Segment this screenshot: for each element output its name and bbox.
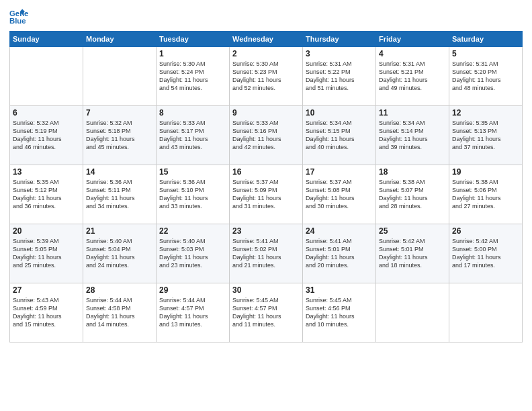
day-info: Sunrise: 5:35 AMSunset: 5:12 PMDaylight:… xyxy=(13,178,80,211)
day-number: 22 xyxy=(159,226,226,236)
day-info: Sunrise: 5:31 AMSunset: 5:20 PMDaylight:… xyxy=(452,60,519,93)
calendar-header-row: Sunday Monday Tuesday Wednesday Thursday… xyxy=(10,32,523,47)
calendar-week-row: 1Sunrise: 5:30 AMSunset: 5:24 PMDaylight… xyxy=(10,47,523,106)
col-saturday: Saturday xyxy=(449,32,523,47)
day-info: Sunrise: 5:36 AMSunset: 5:10 PMDaylight:… xyxy=(159,178,226,211)
day-number: 7 xyxy=(86,108,153,118)
table-row: 1Sunrise: 5:30 AMSunset: 5:24 PMDaylight… xyxy=(157,47,230,106)
table-row: 20Sunrise: 5:39 AMSunset: 5:05 PMDayligh… xyxy=(10,224,83,283)
day-info: Sunrise: 5:34 AMSunset: 5:15 PMDaylight:… xyxy=(306,119,373,152)
day-number: 12 xyxy=(452,108,519,118)
day-info: Sunrise: 5:36 AMSunset: 5:11 PMDaylight:… xyxy=(86,178,153,211)
day-info: Sunrise: 5:30 AMSunset: 5:24 PMDaylight:… xyxy=(159,60,226,93)
table-row: 23Sunrise: 5:41 AMSunset: 5:02 PMDayligh… xyxy=(230,224,303,283)
day-number: 1 xyxy=(159,49,226,58)
day-number: 18 xyxy=(379,167,446,177)
day-number: 10 xyxy=(306,108,373,118)
day-info: Sunrise: 5:39 AMSunset: 5:05 PMDaylight:… xyxy=(13,237,80,270)
day-info: Sunrise: 5:31 AMSunset: 5:22 PMDaylight:… xyxy=(306,60,373,93)
table-row: 14Sunrise: 5:36 AMSunset: 5:11 PMDayligh… xyxy=(83,165,157,224)
day-info: Sunrise: 5:44 AMSunset: 4:58 PMDaylight:… xyxy=(86,296,153,329)
col-thursday: Thursday xyxy=(303,32,376,47)
calendar-week-row: 20Sunrise: 5:39 AMSunset: 5:05 PMDayligh… xyxy=(10,224,523,283)
day-info: Sunrise: 5:33 AMSunset: 5:16 PMDaylight:… xyxy=(232,119,300,152)
table-row: 15Sunrise: 5:36 AMSunset: 5:10 PMDayligh… xyxy=(157,165,230,224)
day-info: Sunrise: 5:37 AMSunset: 5:09 PMDaylight:… xyxy=(232,178,300,211)
day-number: 16 xyxy=(232,167,300,177)
day-info: Sunrise: 5:32 AMSunset: 5:18 PMDaylight:… xyxy=(86,119,153,152)
col-sunday: Sunday xyxy=(10,32,83,47)
day-info: Sunrise: 5:32 AMSunset: 5:19 PMDaylight:… xyxy=(13,119,80,152)
day-number: 21 xyxy=(86,226,153,236)
table-row xyxy=(449,283,523,342)
col-tuesday: Tuesday xyxy=(157,32,230,47)
day-info: Sunrise: 5:40 AMSunset: 5:04 PMDaylight:… xyxy=(86,237,153,270)
table-row xyxy=(83,47,157,106)
day-number: 6 xyxy=(13,108,80,118)
day-info: Sunrise: 5:44 AMSunset: 4:57 PMDaylight:… xyxy=(159,296,226,329)
day-number: 26 xyxy=(452,226,519,236)
col-wednesday: Wednesday xyxy=(230,32,303,47)
day-number: 30 xyxy=(232,285,300,295)
table-row: 31Sunrise: 5:45 AMSunset: 4:56 PMDayligh… xyxy=(303,283,376,342)
day-number: 28 xyxy=(86,285,153,295)
day-number: 9 xyxy=(232,108,300,118)
day-number: 5 xyxy=(452,49,519,58)
day-info: Sunrise: 5:41 AMSunset: 5:01 PMDaylight:… xyxy=(306,237,373,270)
day-info: Sunrise: 5:33 AMSunset: 5:17 PMDaylight:… xyxy=(159,119,226,152)
day-info: Sunrise: 5:35 AMSunset: 5:13 PMDaylight:… xyxy=(452,119,519,152)
day-number: 24 xyxy=(306,226,373,236)
table-row xyxy=(10,47,83,106)
day-number: 20 xyxy=(13,226,80,236)
day-number: 27 xyxy=(13,285,80,295)
col-friday: Friday xyxy=(376,32,449,47)
table-row: 16Sunrise: 5:37 AMSunset: 5:09 PMDayligh… xyxy=(230,165,303,224)
calendar-table: Sunday Monday Tuesday Wednesday Thursday… xyxy=(9,31,523,342)
table-row: 4Sunrise: 5:31 AMSunset: 5:21 PMDaylight… xyxy=(376,47,449,106)
day-info: Sunrise: 5:31 AMSunset: 5:21 PMDaylight:… xyxy=(379,60,446,93)
day-info: Sunrise: 5:34 AMSunset: 5:14 PMDaylight:… xyxy=(379,119,446,152)
day-number: 14 xyxy=(86,167,153,177)
table-row: 10Sunrise: 5:34 AMSunset: 5:15 PMDayligh… xyxy=(303,106,376,165)
calendar-week-row: 13Sunrise: 5:35 AMSunset: 5:12 PMDayligh… xyxy=(10,165,523,224)
table-row: 5Sunrise: 5:31 AMSunset: 5:20 PMDaylight… xyxy=(449,47,523,106)
day-info: Sunrise: 5:30 AMSunset: 5:23 PMDaylight:… xyxy=(232,60,300,93)
logo: General Blue xyxy=(9,7,31,26)
day-info: Sunrise: 5:38 AMSunset: 5:06 PMDaylight:… xyxy=(452,178,519,211)
day-number: 25 xyxy=(379,226,446,236)
day-number: 13 xyxy=(13,167,80,177)
day-number: 2 xyxy=(232,49,300,58)
table-row: 12Sunrise: 5:35 AMSunset: 5:13 PMDayligh… xyxy=(449,106,523,165)
day-number: 31 xyxy=(306,285,373,295)
table-row: 6Sunrise: 5:32 AMSunset: 5:19 PMDaylight… xyxy=(10,106,83,165)
table-row: 28Sunrise: 5:44 AMSunset: 4:58 PMDayligh… xyxy=(83,283,157,342)
day-number: 8 xyxy=(159,108,226,118)
day-info: Sunrise: 5:45 AMSunset: 4:56 PMDaylight:… xyxy=(306,296,373,329)
table-row: 9Sunrise: 5:33 AMSunset: 5:16 PMDaylight… xyxy=(230,106,303,165)
table-row: 18Sunrise: 5:38 AMSunset: 5:07 PMDayligh… xyxy=(376,165,449,224)
day-number: 19 xyxy=(452,167,519,177)
table-row: 29Sunrise: 5:44 AMSunset: 4:57 PMDayligh… xyxy=(157,283,230,342)
table-row: 3Sunrise: 5:31 AMSunset: 5:22 PMDaylight… xyxy=(303,47,376,106)
day-info: Sunrise: 5:42 AMSunset: 5:00 PMDaylight:… xyxy=(452,237,519,270)
logo-icon: General Blue xyxy=(9,7,28,26)
table-row: 11Sunrise: 5:34 AMSunset: 5:14 PMDayligh… xyxy=(376,106,449,165)
day-number: 3 xyxy=(306,49,373,58)
table-row: 19Sunrise: 5:38 AMSunset: 5:06 PMDayligh… xyxy=(449,165,523,224)
table-row: 7Sunrise: 5:32 AMSunset: 5:18 PMDaylight… xyxy=(83,106,157,165)
day-number: 23 xyxy=(232,226,300,236)
table-row xyxy=(376,283,449,342)
day-info: Sunrise: 5:41 AMSunset: 5:02 PMDaylight:… xyxy=(232,237,300,270)
day-info: Sunrise: 5:40 AMSunset: 5:03 PMDaylight:… xyxy=(159,237,226,270)
table-row: 27Sunrise: 5:43 AMSunset: 4:59 PMDayligh… xyxy=(10,283,83,342)
calendar-week-row: 6Sunrise: 5:32 AMSunset: 5:19 PMDaylight… xyxy=(10,106,523,165)
col-monday: Monday xyxy=(83,32,157,47)
day-info: Sunrise: 5:45 AMSunset: 4:57 PMDaylight:… xyxy=(232,296,300,329)
day-number: 11 xyxy=(379,108,446,118)
page-header: General Blue xyxy=(9,7,523,26)
table-row: 2Sunrise: 5:30 AMSunset: 5:23 PMDaylight… xyxy=(230,47,303,106)
svg-text:Blue: Blue xyxy=(9,17,26,25)
day-number: 4 xyxy=(379,49,446,58)
calendar-week-row: 27Sunrise: 5:43 AMSunset: 4:59 PMDayligh… xyxy=(10,283,523,342)
table-row: 17Sunrise: 5:37 AMSunset: 5:08 PMDayligh… xyxy=(303,165,376,224)
